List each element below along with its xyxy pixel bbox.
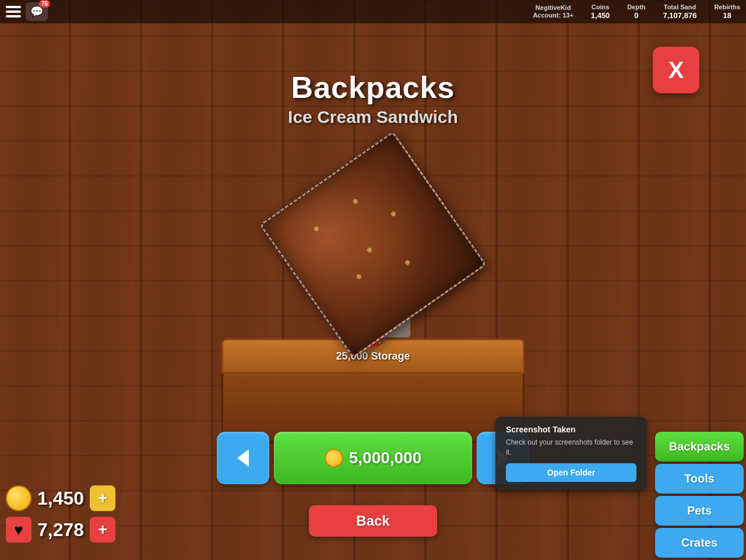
dot-decoration [352, 198, 358, 205]
menu-button[interactable] [6, 6, 21, 17]
sidebar-crates-button[interactable]: Crates [655, 528, 744, 558]
svg-marker-0 [237, 449, 249, 467]
coins-hud-row: 1,450 + [6, 485, 115, 511]
add-health-button[interactable]: + [90, 517, 115, 543]
open-folder-button[interactable]: Open Folder [506, 463, 636, 482]
add-coins-button[interactable]: + [90, 485, 115, 511]
stat-total-sand: Total Sand 7,107,876 [663, 3, 697, 20]
dot-decoration [404, 259, 411, 266]
prev-button[interactable] [217, 432, 269, 484]
left-arrow-icon [231, 446, 255, 470]
top-bar: 💬 76 NegitiveKid Account: 13+ Coins 1,45… [0, 0, 746, 23]
top-bar-stats: NegitiveKid Account: 13+ Coins 1,450 Dep… [533, 3, 740, 20]
dot-decoration [367, 246, 373, 253]
back-button[interactable]: Back [309, 505, 437, 537]
stat-coins: Coins 1,450 [591, 3, 610, 20]
dot-decoration [390, 211, 396, 217]
close-icon: X [668, 57, 684, 83]
sidebar-backpacks-button[interactable]: Backpacks [655, 432, 744, 462]
screenshot-notification: Screenshot Taken Check out your screensh… [495, 417, 647, 490]
buy-area: 5,000,000 [217, 432, 529, 484]
page-title: Backpacks [288, 70, 458, 105]
sidebar-tools-button[interactable]: Tools [655, 464, 744, 494]
chat-button[interactable]: 💬 76 [26, 2, 48, 21]
backpack-visual [259, 131, 487, 358]
chat-badge: 76 [39, 0, 50, 8]
right-sidebar: Backpacks Tools Pets Crates [653, 429, 746, 560]
coin-icon [325, 449, 343, 467]
title-area: Backpacks Ice Cream Sandwich [288, 70, 458, 127]
dot-decoration [356, 273, 363, 280]
hud-coins-value: 1,450 [37, 488, 84, 509]
buy-button[interactable]: 5,000,000 [274, 432, 472, 484]
hud-heart-icon: ♥ [6, 517, 31, 543]
sidebar-pets-button[interactable]: Pets [655, 496, 744, 526]
item-display-area: 0/25000 [291, 163, 455, 337]
item-image [259, 131, 487, 358]
stat-rebirths: Rebirths 18 [714, 3, 740, 20]
close-button[interactable]: X [653, 47, 699, 93]
storage-label: 25,000 Storage [336, 350, 410, 362]
hud-health-value: 7,278 [37, 519, 84, 541]
hud-bottom-left: 1,450 + ♥ 7,278 + [6, 485, 115, 543]
dot-decoration [313, 226, 319, 232]
health-hud-row: ♥ 7,278 + [6, 517, 115, 543]
stat-depth: Depth 0 [627, 3, 645, 20]
price-text: 5,000,000 [349, 449, 422, 467]
screenshot-body: Check out your screenshots folder to see… [506, 438, 636, 457]
stat-username: NegitiveKid Account: 13+ [533, 4, 573, 19]
screenshot-title: Screenshot Taken [506, 425, 636, 434]
hud-coin-icon [6, 485, 31, 511]
page-subtitle: Ice Cream Sandwich [288, 107, 458, 127]
back-label: Back [356, 513, 389, 529]
pedestal: 🎒 25,000 Storage [221, 339, 525, 443]
top-bar-menu: 💬 76 [6, 2, 48, 21]
